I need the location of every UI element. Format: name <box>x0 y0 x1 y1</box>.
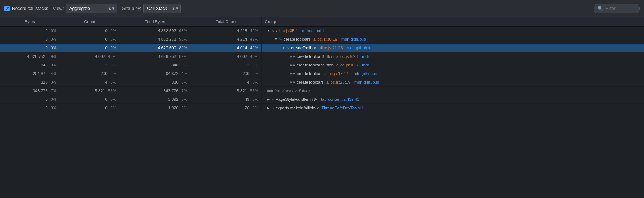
cell-group: ✱✱createToolbars alloc.js:28:19 mdn.gith… <box>261 78 644 87</box>
cell-total-bytes: 1 9200% <box>120 104 191 112</box>
cell-total-bytes: 4 626 75289% <box>120 52 191 61</box>
expand-icon[interactable]: ▶ <box>267 98 270 101</box>
cell-total-count: 40% <box>191 78 261 87</box>
table-row[interactable]: 343 7767%5 82158%343 7767%5 82158%✱✱(no … <box>0 87 644 95</box>
table-row[interactable]: 204 6724%2002%204 6724%2002%✱✱createTool… <box>0 69 644 78</box>
domain-label: mdr <box>362 54 369 59</box>
groupby-label: Group by: <box>122 6 142 11</box>
cell-count: 2002% <box>60 69 120 78</box>
arrow-icon: ↘ <box>271 98 274 101</box>
cell-total-count: 2002% <box>191 69 261 78</box>
cell-total-bytes: 3 3920% <box>120 95 191 104</box>
table-row[interactable]: 4 626 75289%4 00240%4 626 75289%4 00240%… <box>0 52 644 61</box>
star-icon: ✱✱ <box>290 72 295 76</box>
domain-label: mdn.github.io <box>302 28 327 33</box>
expand-icon[interactable]: ▶ <box>267 106 270 110</box>
cell-group: ✱✱createToolbarButton alloc.js:10:3 mdr <box>261 61 644 69</box>
filter-box[interactable]: 🔍 <box>594 4 640 13</box>
cell-total-count: 4 21842% <box>191 27 261 35</box>
groupby-select-wrapper: Call Stack Source URL None ▲▼ <box>143 4 181 13</box>
cell-count: 40% <box>60 78 120 87</box>
groupby-select[interactable]: Call Stack Source URL None <box>143 4 181 13</box>
arrow-icon: ↘ <box>279 37 282 41</box>
cell-total-count: 4 21442% <box>191 35 261 44</box>
cell-count: 120% <box>60 61 120 69</box>
domain-label: mdn.github.io <box>341 37 366 41</box>
cell-count: 00% <box>60 95 120 104</box>
table-row[interactable]: 00%00%4 627 60089%4 01440%▼↘createToolba… <box>0 44 644 52</box>
fn-link[interactable]: ThreadSafeDevToolsU <box>321 106 363 110</box>
fn-link[interactable]: alloc.js:28:19 <box>326 80 350 84</box>
cell-bytes: 3200% <box>0 78 60 87</box>
cell-total-count: 5 82158% <box>191 87 261 95</box>
cell-total-count: 4 01440% <box>191 44 261 52</box>
cell-group: ▶↘PageStyleHandler.init/< tab-content.js… <box>261 95 644 104</box>
cell-bytes: 4 626 75289% <box>0 52 60 61</box>
table-row[interactable]: 8480%120%8480%120%✱✱createToolbarButton … <box>0 61 644 69</box>
fn-link[interactable]: alloc.js:17:17 <box>324 71 348 76</box>
expand-icon[interactable]: ▼ <box>267 29 270 33</box>
cell-bytes: 8480% <box>0 61 60 69</box>
view-select[interactable]: Aggregate Tree Heavy (Bottom Up) <box>66 4 117 13</box>
cell-group: ✱✱createToolbarButton alloc.js:9:23 mdr <box>261 52 644 61</box>
fn-link[interactable]: alloc.js:21:25 <box>319 46 343 50</box>
fn-link[interactable]: alloc.js:35:1 <box>276 28 298 33</box>
cell-bytes: 00% <box>0 35 60 44</box>
cell-total-count: 120% <box>191 61 261 69</box>
fn-prefix: createToolbar <box>291 46 317 50</box>
star-icon: ✱✱ <box>290 63 295 67</box>
star-icon: ✱✱ <box>290 55 295 59</box>
table-row[interactable]: 00%00%3 3920%490%▶↘PageStyleHandler.init… <box>0 95 644 104</box>
arrow-icon: ↘ <box>272 29 275 33</box>
domain-label: mdr <box>362 63 369 67</box>
cell-group: ▼↘alloc.js:35:1 mdn.github.io <box>261 27 644 35</box>
cell-total-bytes: 204 6724% <box>120 69 191 78</box>
cell-total-count: 4 00240% <box>191 52 261 61</box>
cell-total-bytes: 8480% <box>120 61 191 69</box>
record-callstacks-checkbox[interactable] <box>4 6 10 11</box>
cell-count: 00% <box>60 35 120 44</box>
col-total-bytes: Total Bytes <box>120 17 191 27</box>
cell-total-bytes: 3200% <box>120 78 191 87</box>
view-group: View: Aggregate Tree Heavy (Bottom Up) ▲… <box>53 4 117 13</box>
filter-input[interactable] <box>606 6 635 11</box>
record-callstacks-label[interactable]: Record call stacks <box>4 6 48 11</box>
cell-group: ✱✱createToolbar alloc.js:17:17 mdn.githu… <box>261 69 644 78</box>
expand-icon[interactable]: ▼ <box>275 37 278 41</box>
table-header: Bytes Count Total Bytes Total Count Grou… <box>0 17 644 27</box>
col-group: Group <box>261 17 644 27</box>
col-count: Count <box>60 17 120 27</box>
cell-total-bytes: 343 7767% <box>120 87 191 95</box>
fn-prefix: createToolbars <box>297 80 325 84</box>
record-callstacks-text: Record call stacks <box>12 6 48 11</box>
toolbar: Record call stacks View: Aggregate Tree … <box>0 0 644 17</box>
fn-link[interactable]: alloc.js:10:3 <box>336 63 358 67</box>
filter-search-icon: 🔍 <box>598 6 603 11</box>
col-total-count: Total Count <box>191 17 261 27</box>
fn-link[interactable]: alloc.js:9:23 <box>336 54 358 59</box>
table-row[interactable]: 00%00%4 832 59293%4 21842%▼↘alloc.js:35:… <box>0 27 644 35</box>
groupby-group: Group by: Call Stack Source URL None ▲▼ <box>122 4 181 13</box>
cell-group: ▼↘createToolbar alloc.js:21:25 mdn.githu… <box>261 44 644 52</box>
fn-prefix: exports.makeInfallible/< <box>276 106 320 110</box>
fn-link[interactable]: alloc.js:30:19 <box>313 37 337 41</box>
table-row[interactable]: 00%00%1 9200%260%▶↘exports.makeInfallibl… <box>0 104 644 112</box>
expand-icon[interactable]: ▼ <box>282 46 285 50</box>
table-row[interactable]: 00%00%4 832 27293%4 21442%▼↘createToolba… <box>0 35 644 44</box>
fn-prefix: createToolbarButton <box>297 63 335 67</box>
arrow-icon: ↘ <box>287 46 290 50</box>
table-row[interactable]: 3200%40%3200%40%✱✱createToolbars alloc.j… <box>0 78 644 87</box>
cell-count: 00% <box>60 104 120 112</box>
fn-prefix: createToolbarButton <box>297 54 335 59</box>
no-stack-label: (no stack available) <box>275 89 310 93</box>
fn-prefix: PageStyleHandler.init/< <box>276 97 320 102</box>
cell-total-count: 260% <box>191 104 261 112</box>
domain-label: mdn.github.io <box>353 71 377 76</box>
table-container: Bytes Count Total Bytes Total Count Grou… <box>0 17 644 198</box>
cell-count: 4 00240% <box>60 52 120 61</box>
fn-prefix: createToolbar <box>297 71 323 76</box>
arrow-icon: ↘ <box>271 106 274 110</box>
main-table: Bytes Count Total Bytes Total Count Grou… <box>0 17 644 112</box>
fn-link[interactable]: tab-content.js:439:40 <box>321 97 359 102</box>
cell-total-bytes: 4 832 27293% <box>120 35 191 44</box>
